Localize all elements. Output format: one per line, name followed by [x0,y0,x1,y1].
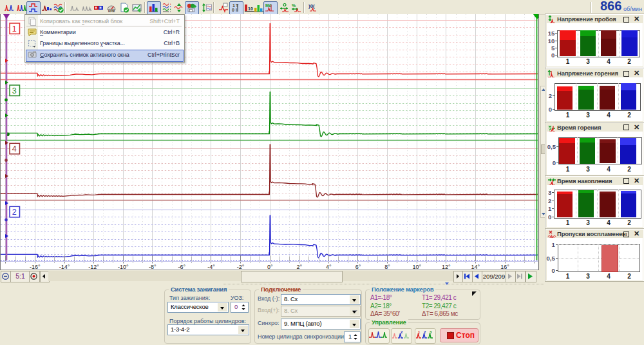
svg-text:-14°: -14° [59,264,70,270]
svg-text:-4°: -4° [207,264,215,270]
svg-text:1: 1 [232,3,235,8]
svg-text:-12°: -12° [88,264,99,270]
svg-text:-2°: -2° [237,264,245,270]
svg-text:-16°: -16° [30,264,41,270]
svg-text:4°: 4° [326,264,332,270]
svg-text:2: 2 [401,330,403,334]
svg-text:2°: 2° [296,264,302,270]
svg-text:-10°: -10° [118,264,129,270]
svg-text:)0(: )0( [308,3,315,9]
svg-text:6°: 6° [355,264,361,270]
svg-text:3: 3 [12,86,17,95]
svg-text:14°: 14° [471,264,480,270]
svg-text:1: 1 [12,25,17,34]
svg-text:12°: 12° [442,264,451,270]
svg-text:0°: 0° [267,264,273,270]
svg-text:10°: 10° [412,264,421,270]
svg-text:%: % [292,3,296,8]
svg-text:16°: 16° [500,264,509,270]
svg-text:3: 3 [430,330,432,334]
svg-text:RPM: RPM [108,10,115,13]
svg-text:4: 4 [12,144,17,153]
svg-text:2: 2 [12,208,17,217]
svg-text:8°: 8° [384,264,390,270]
svg-text:1: 1 [418,330,421,334]
svg-text:-8°: -8° [149,264,156,270]
svg-text:0: 0 [232,8,234,12]
svg-text:2: 2 [424,330,426,334]
svg-text:Md: Md [265,3,271,8]
svg-text:l: l [236,8,237,12]
svg-text:-6°: -6° [178,264,186,270]
